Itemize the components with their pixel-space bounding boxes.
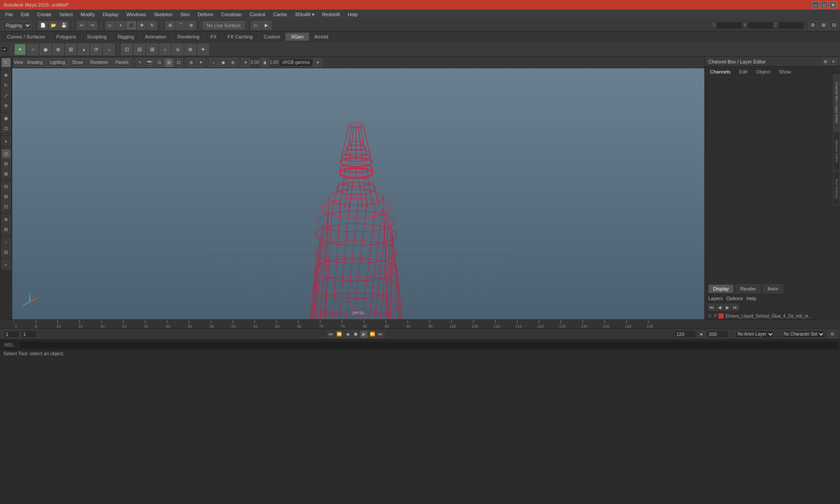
- layer-visibility[interactable]: V: [708, 314, 711, 318]
- shelf-icon-5[interactable]: ⊞: [65, 44, 77, 55]
- snap-curve-btn[interactable]: ⌒: [176, 21, 186, 30]
- camera-btn[interactable]: ⊠: [1, 169, 11, 178]
- shelf-icon-9[interactable]: ⊡: [121, 44, 133, 55]
- move-btn[interactable]: ✥: [137, 21, 147, 30]
- channel-box-btn[interactable]: ⊕: [1, 214, 11, 224]
- drt-layers-tab[interactable]: Layers: [708, 296, 723, 301]
- tab-xgen[interactable]: XGen: [286, 33, 309, 41]
- tab-edit[interactable]: Edit: [737, 68, 749, 75]
- frame-start-field[interactable]: [4, 330, 19, 338]
- tab-arnold[interactable]: Arnold: [309, 33, 334, 41]
- settings-btn[interactable]: ⚙: [808, 21, 817, 30]
- show-manip-btn[interactable]: ⬧: [1, 136, 11, 146]
- close-button[interactable]: ✕: [830, 1, 836, 8]
- channel-box-close-btn[interactable]: ✕: [830, 59, 836, 65]
- vp-render-2-btn[interactable]: ◉: [219, 58, 228, 67]
- select-tool-btn[interactable]: ↖: [1, 58, 11, 67]
- step-forward-btn[interactable]: ⏩: [368, 330, 376, 338]
- vp-render-3-btn[interactable]: ⊕: [228, 58, 237, 67]
- no-live-surface-btn[interactable]: No Live Surface: [203, 21, 245, 29]
- timeline-ruler[interactable]: 1 5 10 15 20 25 30 35 40 45 50 55 60: [0, 319, 840, 328]
- menu-skin[interactable]: Skin: [177, 11, 193, 18]
- tab-rendering[interactable]: Rendering: [172, 33, 205, 41]
- new-scene-btn[interactable]: 📄: [38, 21, 48, 30]
- current-frame-field[interactable]: [21, 330, 37, 338]
- vp-render-1-btn[interactable]: ⬦: [209, 58, 218, 67]
- menu-redshift[interactable]: Redshift: [319, 11, 343, 18]
- menu-3dtoall[interactable]: 3DtoAll ▾: [291, 11, 318, 18]
- vp-renderer-btn[interactable]: Renderer: [87, 58, 112, 67]
- tab-curves-surfaces[interactable]: Curves / Surfaces: [2, 33, 51, 41]
- shelf-icon-1[interactable]: ✦: [14, 44, 26, 55]
- shelf-icon-6[interactable]: ⬧: [78, 44, 89, 55]
- vp-menu-btn[interactable]: View: [14, 58, 23, 67]
- misc-btn-1[interactable]: ⬦: [1, 237, 11, 247]
- menu-modify[interactable]: Modify: [77, 11, 98, 18]
- grid-view-btn[interactable]: ⊞: [819, 21, 828, 30]
- tab-channels[interactable]: Channels: [708, 68, 732, 75]
- step-back-btn[interactable]: ⏪: [335, 330, 343, 338]
- view-cube-btn[interactable]: ⊞: [1, 159, 11, 168]
- gamma-selector[interactable]: sRGB gamma: [279, 59, 313, 66]
- go-to-start-btn[interactable]: ⏮: [327, 330, 335, 338]
- vp-smooth-btn[interactable]: ⊡: [174, 58, 183, 67]
- vp-show-btn[interactable]: Show: [69, 58, 86, 67]
- render-btn[interactable]: ▷: [251, 21, 261, 30]
- tab-fx[interactable]: FX: [205, 33, 222, 41]
- tab-sculpting[interactable]: Sculpting: [82, 33, 112, 41]
- rotate-tool-btn[interactable]: ↻: [1, 80, 11, 90]
- expand-btn[interactable]: +: [1, 260, 11, 270]
- layer-playback[interactable]: P: [714, 314, 717, 318]
- drt-help-tab[interactable]: Help: [746, 296, 756, 301]
- play-back-btn[interactable]: ◀: [343, 330, 351, 338]
- menu-skeleton[interactable]: Skeleton: [150, 11, 176, 18]
- cmd-input[interactable]: [19, 341, 838, 349]
- menu-select[interactable]: Select: [56, 11, 77, 18]
- shelf-icon-13[interactable]: ⊎: [172, 44, 183, 55]
- channel-box-float-btn[interactable]: ⊞: [822, 59, 829, 65]
- shelf-icon-2[interactable]: ○: [27, 44, 38, 55]
- shelf-icon-15[interactable]: ✦: [197, 44, 209, 55]
- tab-rigging[interactable]: Rigging: [112, 33, 140, 41]
- vtab-channel-box[interactable]: Channel Box / Layer Editor: [833, 74, 840, 131]
- maximize-button[interactable]: □: [821, 1, 828, 8]
- vp-panels-btn[interactable]: Panels: [112, 58, 132, 67]
- paint-select-btn[interactable]: ⬛: [126, 21, 136, 30]
- menu-help[interactable]: Help: [344, 11, 361, 18]
- vp-wire-btn[interactable]: ⊞: [164, 58, 173, 67]
- layer-nav-last[interactable]: ⏭: [732, 304, 739, 311]
- vp-xray-btn[interactable]: ✦: [196, 58, 205, 67]
- sculpt-btn[interactable]: ⊡: [1, 123, 11, 133]
- tab-animation[interactable]: Animation: [140, 33, 172, 41]
- anim-end-field[interactable]: [707, 330, 728, 338]
- view-menu-btn[interactable]: ⊡: [1, 149, 11, 158]
- lasso-btn[interactable]: ⌖: [116, 21, 126, 30]
- shelf-icon-3[interactable]: ◉: [40, 44, 51, 55]
- universal-manip-btn[interactable]: ⊕: [1, 101, 11, 110]
- menu-edit[interactable]: Edit: [18, 11, 33, 18]
- menu-control[interactable]: Control: [246, 11, 269, 18]
- shelf-icon-10[interactable]: ⊟: [134, 44, 145, 55]
- soft-select-btn[interactable]: ◉: [1, 113, 11, 123]
- vp-lighting-btn[interactable]: Lighting: [47, 58, 68, 67]
- range-end-field[interactable]: [674, 330, 696, 338]
- tab-polygons[interactable]: Polygons: [51, 33, 81, 41]
- go-to-end-btn[interactable]: ⏭: [377, 330, 385, 338]
- select-mode-btn[interactable]: ▷: [105, 21, 115, 30]
- snap-grid-btn[interactable]: ⊞: [165, 21, 175, 30]
- tab-show[interactable]: Show: [777, 68, 793, 75]
- vp-select-btn[interactable]: ↖: [136, 58, 144, 67]
- menu-create[interactable]: Create: [34, 11, 55, 18]
- menu-deform[interactable]: Deform: [194, 11, 217, 18]
- layout-btn[interactable]: ⊟: [830, 21, 838, 30]
- drt-options-tab[interactable]: Options: [726, 296, 743, 301]
- vtab-tool-settings[interactable]: Tool Settings: [833, 171, 840, 206]
- vp-snap-btn[interactable]: ⊕: [187, 58, 196, 67]
- mode-dropdown[interactable]: Rigging: [2, 21, 32, 30]
- ipr-btn[interactable]: ▶: [262, 21, 271, 30]
- tab-object[interactable]: Object: [754, 68, 772, 75]
- panel-layout-btn[interactable]: ⊟: [1, 182, 11, 191]
- x-field[interactable]: [716, 21, 742, 29]
- menu-display[interactable]: Display: [99, 11, 122, 18]
- vp-shading-btn[interactable]: Shading: [24, 58, 46, 67]
